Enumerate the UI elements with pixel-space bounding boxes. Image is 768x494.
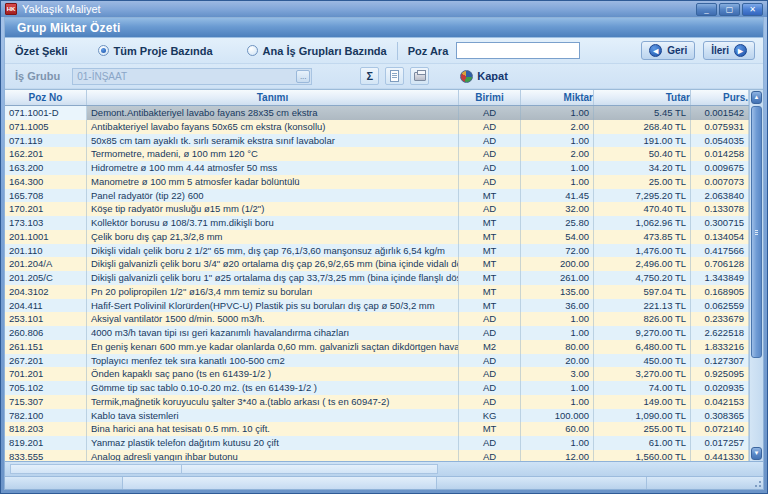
minimize-button[interactable]: _ (696, 3, 717, 16)
cell-birimi: MT (459, 422, 521, 436)
table-row[interactable]: 705.102 Gömme tip sac tablo 0.10-0.20 m2… (5, 381, 749, 395)
filter-bar: Özet Şekli Tüm Proje Bazında Ana İş Grup… (5, 38, 763, 64)
table-row[interactable]: 164.300 Manometre ø 100 mm 5 atmosfer ka… (5, 175, 749, 189)
cell-miktar: 32.00 (521, 202, 594, 216)
cell-birimi: AD (459, 120, 521, 134)
table-row[interactable]: 701.201 Önden kapaklı saç pano (ts en 61… (5, 367, 749, 381)
cell-pozno: 201.205/C (5, 271, 87, 285)
cell-birimi: AD (459, 202, 521, 216)
forward-button[interactable]: İleri ► (703, 41, 755, 60)
resize-grip[interactable] (752, 478, 762, 488)
cell-miktar: 12.00 (521, 450, 594, 461)
report-button[interactable] (385, 67, 404, 85)
close-button[interactable]: ✕ (742, 3, 763, 16)
table-row[interactable]: 819.201 Yanmaz plastik telefon dağıtım k… (5, 436, 749, 450)
table-row[interactable]: 204.411 Hafif-Sert Polivinil Klorürden(H… (5, 299, 749, 313)
table-row[interactable]: 261.151 En geniş kenarı 600 mm.ye kadar … (5, 340, 749, 354)
summary-type-label: Özet Şekli (15, 45, 68, 57)
table-row[interactable]: 833.555 Analog adresli yangın ihbar buto… (5, 450, 749, 461)
scroll-up-icon[interactable]: ▲ (751, 91, 762, 104)
column-header-birimi[interactable]: Birimi (459, 90, 521, 105)
table-row[interactable]: 170.201 Köşe tip radyatör musluğu ø15 mm… (5, 202, 749, 216)
table-row[interactable]: 715.307 Termik,mağnetik koruyuculu şalte… (5, 395, 749, 409)
column-header-purs[interactable]: Purs. (691, 90, 749, 105)
cell-birimi: MT (459, 257, 521, 271)
sum-button[interactable]: Σ (360, 67, 379, 85)
forward-arrow-icon: ► (734, 44, 747, 57)
scroll-down-icon[interactable]: ▼ (751, 447, 762, 460)
cell-birimi: AD (459, 395, 521, 409)
table-row[interactable]: 201.110 Dikişli vidalı çelik boru 2 1/2"… (5, 244, 749, 258)
cell-miktar: 72.00 (521, 244, 594, 258)
page-header: Grup Miktar Özeti (5, 18, 763, 38)
table-row[interactable]: 204.3102 Pn 20 polipropilen 1/2" ø16/3,4… (5, 285, 749, 299)
cell-miktar: 41.45 (521, 189, 594, 203)
cell-tutar: 473.85 TL (594, 230, 691, 244)
table-row[interactable]: 163.200 Hidrometre ø 100 mm 4.44 atmosfe… (5, 161, 749, 175)
cell-tanimi: Dikişli galvanizli çelik boru 3/4" ø20 o… (87, 257, 459, 271)
vertical-scrollbar[interactable]: ▲ ▼ (749, 90, 763, 461)
table-row[interactable]: 253.101 Aksiyal vantilatör 1500 d/min. 5… (5, 312, 749, 326)
cell-miktar: 60.00 (521, 422, 594, 436)
page-title: Grup Miktar Özeti (17, 21, 120, 35)
table-row[interactable]: 071.1005 Antibakteriyel lavabo fayans 50… (5, 120, 749, 134)
cell-tutar: 221.13 TL (594, 299, 691, 313)
maximize-button[interactable]: ▢ (719, 3, 740, 16)
cell-purs: 0.009675 (691, 161, 749, 175)
table-row[interactable]: 162.201 Termometre, madeni, ø 100 mm 120… (5, 147, 749, 161)
cell-miktar: 25.80 (521, 216, 594, 230)
cell-purs: 0.007073 (691, 175, 749, 189)
grid-header-row: Poz No Tanımı Birimi Miktar Tutar Purs. (5, 90, 749, 106)
column-header-miktar[interactable]: Miktar (521, 90, 594, 105)
cell-tutar: 3,270.00 TL (594, 367, 691, 381)
back-button[interactable]: ◄ Geri (641, 41, 695, 60)
work-group-field: 01-İNŞAAT ... (72, 68, 312, 85)
cell-birimi: AD (459, 436, 521, 450)
cell-purs: 0.168905 (691, 285, 749, 299)
cell-tutar: 50.40 TL (594, 147, 691, 161)
cell-tanimi: Gömme tip sac tablo 0.10-0.20 m2. (ts en… (87, 381, 459, 395)
table-row[interactable]: 260.806 4000 m3/h tavan tipi ısı geri ka… (5, 326, 749, 340)
table-row[interactable]: 818.203 Bina harici ana hat tesisatı 0.5… (5, 422, 749, 436)
close-panel-button[interactable]: Kapat (453, 67, 515, 86)
table-row[interactable]: 201.1001 Çelik boru dış çap 21,3/2,8 mm … (5, 230, 749, 244)
cell-miktar: 1.00 (521, 381, 594, 395)
toolbar: İş Grubu 01-İNŞAAT ... Σ Kapat (5, 64, 763, 89)
table-row[interactable]: 267.201 Toplayıcı menfez tek sıra kanatl… (5, 354, 749, 368)
cell-tanimi: Dikişli galvanizli çelik boru 1" ø25 ort… (87, 271, 459, 285)
cell-tanimi: Toplayıcı menfez tek sıra kanatlı 100-50… (87, 354, 459, 368)
table-row[interactable]: 782.100 Kablo tava sistemleri KG 100.000… (5, 409, 749, 423)
radio-work-groups[interactable]: Ana İş Grupları Bazında (247, 45, 387, 57)
table-row[interactable]: 165.708 Panel radyatör (tip 22) 600 MT 4… (5, 189, 749, 203)
column-header-tutar[interactable]: Tutar (594, 90, 691, 105)
cell-tanimi: Yanmaz plastik telefon dağıtım kutusu 20… (87, 436, 459, 450)
table-row[interactable]: 071.1001-D Demont.Antibakteriyel lavabo … (5, 106, 749, 120)
cell-purs: 0.233679 (691, 312, 749, 326)
search-input[interactable] (456, 42, 580, 59)
cell-tutar: 1,062.96 TL (594, 216, 691, 230)
table-row[interactable]: 173.103 Kollektör borusu ø 108/3.71 mm.d… (5, 216, 749, 230)
column-header-pozno[interactable]: Poz No (5, 90, 87, 105)
status-panel-3 (437, 477, 647, 489)
cell-pozno: 261.151 (5, 340, 87, 354)
table-row[interactable]: 201.205/C Dikişli galvanizli çelik boru … (5, 271, 749, 285)
work-group-value: 01-İNŞAAT (73, 71, 296, 82)
table-row[interactable]: 071.119 50x85 cm tam ayaklı tk. sırlı se… (5, 134, 749, 148)
cell-pozno: 201.110 (5, 244, 87, 258)
scrollbar-thumb[interactable] (751, 106, 762, 358)
app-window: HK Yaklaşık Maliyet _ ▢ ✕ Grup Miktar Öz… (0, 0, 768, 494)
radio-whole-project[interactable]: Tüm Proje Bazında (98, 45, 213, 57)
print-button[interactable] (410, 67, 429, 85)
cell-pozno: 782.100 (5, 409, 87, 423)
cell-purs: 0.134054 (691, 230, 749, 244)
cell-tanimi: Termometre, madeni, ø 100 mm 120 °C (87, 147, 459, 161)
cell-tanimi: Demont.Antibakteriyel lavabo fayans 28x3… (87, 106, 459, 120)
work-group-browse-button[interactable]: ... (296, 70, 310, 83)
column-header-tanimi[interactable]: Tanımı (87, 90, 459, 105)
data-grid: Poz No Tanımı Birimi Miktar Tutar Purs. … (5, 89, 763, 461)
cell-purs: 2.063840 (691, 189, 749, 203)
cell-tanimi: Kablo tava sistemleri (87, 409, 459, 423)
table-row[interactable]: 201.204/A Dikişli galvanizli çelik boru … (5, 257, 749, 271)
cell-birimi: AD (459, 450, 521, 461)
sigma-icon: Σ (366, 70, 373, 82)
